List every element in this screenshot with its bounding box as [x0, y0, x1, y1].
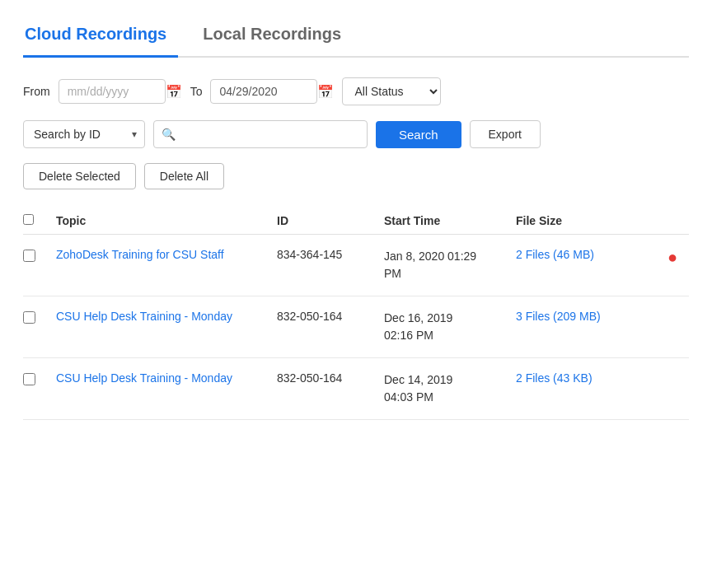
from-label: From	[23, 85, 50, 98]
search-button[interactable]: Search	[376, 121, 461, 148]
row3-topic: CSU Help Desk Training - Monday	[56, 371, 277, 385]
tab-cloud-recordings[interactable]: Cloud Recordings	[23, 15, 178, 58]
row2-file-size: 3 Files (209 MB)	[516, 310, 656, 323]
action-row: Delete Selected Delete All	[23, 163, 689, 189]
to-label: To	[190, 85, 203, 98]
row2-id: 832-050-164	[277, 310, 384, 323]
row1-start-time: Jan 8, 2020 01:29PM	[384, 248, 516, 282]
table-row: ZohoDesk Training for CSU Staff 834-364-…	[23, 235, 689, 296]
delete-all-button[interactable]: Delete All	[144, 163, 224, 189]
search-type-wrapper: Search by ID Search by Topic	[23, 120, 145, 148]
header-action	[656, 214, 689, 227]
row2-start-time: Dec 16, 201902:16 PM	[384, 310, 516, 344]
tabs-bar: Cloud Recordings Local Recordings	[23, 15, 689, 58]
header-topic: Topic	[56, 214, 277, 227]
header-file-size: File Size	[516, 214, 656, 227]
to-date-group: 📅	[210, 79, 334, 104]
tab-local-recordings[interactable]: Local Recordings	[201, 15, 353, 58]
from-calendar-icon[interactable]: 📅	[166, 84, 182, 100]
row1-action: ●	[656, 248, 689, 267]
row1-file-size: 2 Files (46 MB)	[516, 248, 656, 261]
row1-checkbox[interactable]	[23, 250, 35, 262]
search-text-input[interactable]	[153, 120, 368, 148]
export-button[interactable]: Export	[470, 120, 541, 148]
filters-row: From 📅 To 📅 All Status Completed Process…	[23, 77, 689, 105]
header-checkbox	[23, 214, 56, 227]
row3-start-time: Dec 14, 201904:03 PM	[384, 371, 516, 406]
to-date-input[interactable]	[210, 79, 317, 104]
table-row: CSU Help Desk Training - Monday 832-050-…	[23, 358, 689, 420]
row1-action-dot[interactable]: ●	[668, 248, 677, 267]
search-row: Search by ID Search by Topic 🔍 Search Ex…	[23, 120, 689, 148]
header-start-time: Start Time	[384, 214, 516, 227]
row2-checkbox-cell	[23, 310, 56, 324]
row1-id: 834-364-145	[277, 248, 384, 261]
recordings-table: Topic ID Start Time File Size ZohoDesk T…	[23, 208, 689, 420]
row2-topic-link[interactable]: CSU Help Desk Training - Monday	[56, 310, 232, 323]
search-input-wrapper: 🔍	[153, 120, 368, 148]
status-select[interactable]: All Status Completed Processing Failed	[342, 77, 441, 105]
table-row: CSU Help Desk Training - Monday 832-050-…	[23, 296, 689, 358]
search-type-select[interactable]: Search by ID Search by Topic	[23, 120, 145, 148]
table-header: Topic ID Start Time File Size	[23, 208, 689, 235]
search-icon: 🔍	[162, 128, 176, 141]
main-container: Cloud Recordings Local Recordings From 📅…	[0, 0, 712, 435]
row3-checkbox-cell	[23, 371, 56, 385]
to-calendar-icon[interactable]: 📅	[317, 84, 334, 100]
delete-selected-button[interactable]: Delete Selected	[23, 163, 136, 189]
from-date-group: 📅	[59, 79, 182, 104]
row2-topic: CSU Help Desk Training - Monday	[56, 310, 277, 323]
row1-checkbox-cell	[23, 248, 56, 262]
row2-checkbox[interactable]	[23, 311, 35, 324]
row1-topic-link[interactable]: ZohoDesk Training for CSU Staff	[56, 248, 224, 261]
row3-id: 832-050-164	[277, 371, 384, 385]
header-id: ID	[277, 214, 384, 227]
row3-checkbox[interactable]	[23, 373, 35, 385]
select-all-checkbox[interactable]	[23, 214, 34, 225]
row1-topic: ZohoDesk Training for CSU Staff	[56, 248, 277, 261]
row3-file-size: 2 Files (43 KB)	[516, 371, 656, 385]
from-date-input[interactable]	[59, 79, 166, 104]
row3-topic-link[interactable]: CSU Help Desk Training - Monday	[56, 371, 232, 385]
